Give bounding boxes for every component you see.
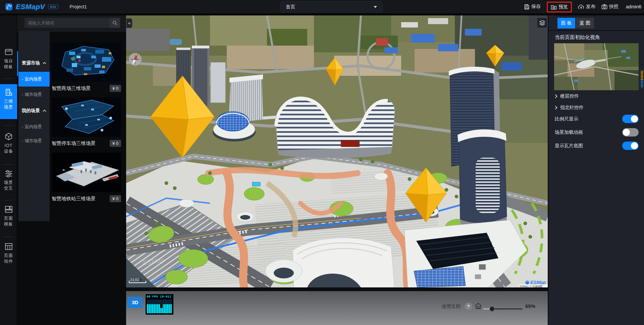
chevron-up-icon bbox=[43, 109, 46, 112]
chevron-right-icon bbox=[555, 106, 557, 110]
user-menu[interactable]: admin6 bbox=[626, 4, 641, 9]
snapshot-button[interactable]: 快照 bbox=[601, 4, 619, 10]
tab-panel[interactable]: 面板 bbox=[557, 18, 575, 29]
snapshot-label: 快照 bbox=[609, 4, 619, 10]
category-column: 资源市场 室内场景 城市场景 我的场景 室内场景 城市场景 bbox=[18, 31, 50, 221]
preview-folder-eye-icon bbox=[551, 4, 557, 10]
browser-window-icon bbox=[4, 48, 13, 56]
sidebar-item-page-templates[interactable]: 页面模板 bbox=[0, 205, 17, 227]
sidebar-divider bbox=[3, 125, 14, 126]
chevron-up-icon bbox=[43, 62, 46, 64]
properties-panel: 面板 蓝图 当前页面初始化视角 bbox=[548, 15, 644, 325]
scale-display-toggle[interactable] bbox=[622, 115, 639, 123]
scene-card-subway[interactable]: 智慧地铁站三维场景 ¥ 0 bbox=[52, 153, 122, 202]
zoom-slider[interactable] bbox=[483, 308, 523, 310]
sidebar-item-3d-scenes[interactable]: 三维场景 bbox=[0, 84, 17, 119]
category-item-indoor-mine[interactable]: 室内场景 bbox=[18, 120, 50, 133]
fps-band bbox=[147, 300, 172, 304]
view-mode-3d-button[interactable]: 3D bbox=[127, 297, 143, 308]
collapse-panel-button[interactable]: « bbox=[126, 18, 132, 28]
floor-widget-ticks-top bbox=[641, 71, 643, 80]
top-bar-divider bbox=[0, 13, 644, 15]
toggle-row-scale-display: 比例尺显示 bbox=[555, 115, 639, 123]
publish-label: 发布 bbox=[586, 4, 595, 10]
home-icon bbox=[474, 302, 482, 310]
chevron-right-icon bbox=[555, 94, 557, 98]
save-icon bbox=[524, 4, 530, 10]
help-circle-button[interactable]: ? bbox=[465, 303, 472, 310]
scene-card-price: ¥ 0 bbox=[110, 85, 121, 92]
publish-button[interactable]: 发布 bbox=[578, 4, 595, 10]
cloud-upload-icon bbox=[578, 4, 584, 10]
save-button[interactable]: 保存 bbox=[524, 4, 541, 10]
section-floor-control[interactable]: 楼层控件 bbox=[555, 93, 579, 99]
zoom-value: 65% bbox=[525, 303, 535, 309]
search-icon bbox=[112, 20, 117, 25]
fps-meter: 60 FPS (0-61) bbox=[146, 294, 173, 315]
search-zone bbox=[17, 15, 126, 32]
category-item-city-market[interactable]: 城市场景 bbox=[18, 89, 50, 101]
project-name: Project1 bbox=[70, 4, 87, 9]
sidebar-divider bbox=[3, 78, 14, 79]
layers-button[interactable] bbox=[537, 18, 547, 28]
category-header-mine[interactable]: 我的场景 bbox=[18, 105, 50, 116]
scene-card-title: 智慧地铁站三维场景 bbox=[52, 196, 96, 202]
svg-text:23.03米: 23.03米 bbox=[130, 278, 143, 282]
tab-blueprint[interactable]: 蓝图 bbox=[576, 18, 594, 29]
loading-animation-toggle[interactable] bbox=[622, 128, 639, 137]
toggle-row-tile-basemap: 显示瓦片底图 bbox=[555, 142, 639, 150]
docs-link[interactable]: 使用文档 bbox=[442, 304, 461, 310]
page-select-value: 首页 bbox=[286, 4, 295, 10]
search-box bbox=[24, 18, 120, 28]
toggle-row-loading-animation: 场景加载动画 bbox=[555, 128, 639, 137]
scene-thumbnail-mall bbox=[52, 42, 121, 82]
scene-card-parking[interactable]: 智慧停车场三维场景 ¥ 0 bbox=[52, 97, 122, 147]
bottom-bar: 3D 60 FPS (0-61) 使用文档 ? 65% bbox=[126, 291, 548, 325]
scene-card-price: ¥ 0 bbox=[110, 195, 121, 202]
map-attribution-text: ESMap | © 高德地图 bbox=[520, 285, 542, 288]
scene-card-price: ¥ 0 bbox=[110, 140, 121, 147]
category-item-indoor-market[interactable]: 室内场景 bbox=[18, 72, 50, 87]
building-icon bbox=[4, 88, 13, 97]
sidebar-divider bbox=[3, 164, 14, 165]
scene-card-mall[interactable]: 智慧商场三维场景 ¥ 0 bbox=[52, 42, 122, 92]
logo-text: ESMapV bbox=[16, 3, 45, 11]
top-bar: ESMapV Beta Project1 首页 保存 预览 发布 bbox=[0, 0, 644, 13]
sidebar-item-page-components[interactable]: 页面组件 bbox=[0, 242, 17, 264]
sidebar-divider bbox=[3, 200, 14, 200]
page-select-dropdown[interactable]: 首页 bbox=[280, 1, 383, 12]
module-sidebar: 项目模板 三维场景 IOT设备 场景交互 页面模板 页面组件 bbox=[0, 15, 17, 325]
active-category-indicator bbox=[17, 51, 18, 76]
section-compass-control[interactable]: 指北针控件 bbox=[555, 105, 584, 111]
grid-icon bbox=[4, 242, 13, 251]
search-button[interactable] bbox=[110, 18, 120, 28]
initial-view-heading: 当前页面初始化视角 bbox=[555, 34, 600, 41]
layout-icon bbox=[4, 205, 13, 214]
fps-histogram bbox=[147, 304, 172, 313]
esmapv-logo-icon bbox=[5, 2, 13, 11]
fps-label: 60 FPS (0-61) bbox=[146, 294, 173, 299]
search-input[interactable] bbox=[24, 18, 110, 28]
zoom-slider-handle[interactable] bbox=[489, 306, 495, 312]
chevron-down-icon bbox=[374, 6, 377, 8]
sidebar-item-project-templates[interactable]: 项目模板 bbox=[0, 48, 17, 70]
category-item-city-mine[interactable]: 城市场景 bbox=[18, 134, 50, 148]
compass-control[interactable] bbox=[129, 53, 142, 66]
camera-icon bbox=[601, 4, 607, 9]
scene-card-title: 智慧停车场三维场景 bbox=[52, 140, 96, 147]
initial-view-thumbnail bbox=[554, 43, 639, 90]
beta-badge: Beta bbox=[48, 4, 58, 9]
home-button[interactable] bbox=[474, 302, 482, 311]
toggle-knob bbox=[631, 142, 638, 149]
sidebar-item-scene-interaction[interactable]: 场景交互 bbox=[0, 169, 17, 191]
sidebar-item-iot-devices[interactable]: IOT设备 bbox=[0, 132, 17, 154]
preview-button[interactable]: 预览 bbox=[551, 4, 568, 10]
toggle-knob bbox=[631, 115, 638, 122]
tile-basemap-toggle[interactable] bbox=[622, 142, 639, 150]
category-header-market[interactable]: 资源市场 bbox=[18, 57, 50, 69]
app-logo[interactable]: ESMapV Beta bbox=[5, 2, 58, 11]
floor-selector-widget[interactable] bbox=[640, 69, 644, 88]
floor-widget-ticks-bottom bbox=[641, 80, 643, 87]
map-viewport[interactable]: ESMap ESMap bbox=[126, 15, 548, 287]
top-bar-actions: 保存 预览 发布 快照 admin6 bbox=[524, 0, 641, 13]
